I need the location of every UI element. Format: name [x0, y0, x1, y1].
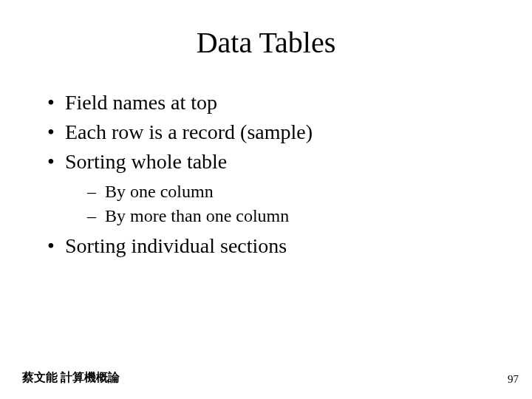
sub-bullet-text: By one column [105, 182, 214, 201]
slide-content: Field names at top Each row is a record … [44, 89, 502, 262]
sub-bullet-text: By more than one column [105, 206, 289, 225]
slide-title: Data Tables [0, 25, 532, 60]
bullet-text: Sorting individual sections [65, 234, 287, 257]
bullet-item: Sorting individual sections [44, 232, 502, 260]
sub-bullet-list: By one column By more than one column [65, 180, 502, 228]
bullet-list: Field names at top Each row is a record … [44, 89, 502, 260]
bullet-item: Each row is a record (sample) [44, 118, 502, 146]
bullet-text: Field names at top [65, 91, 217, 114]
bullet-text: Sorting whole table [65, 150, 227, 173]
bullet-item: Sorting whole table By one column By mor… [44, 148, 502, 228]
page-number: 97 [508, 373, 519, 386]
bullet-item: Field names at top [44, 89, 502, 117]
bullet-text: Each row is a record (sample) [65, 120, 313, 143]
sub-bullet-item: By one column [65, 180, 502, 203]
sub-bullet-item: By more than one column [65, 204, 502, 228]
slide: Data Tables Field names at top Each row … [0, 0, 532, 399]
footer-author: 蔡文能 計算機概論 [22, 370, 120, 386]
